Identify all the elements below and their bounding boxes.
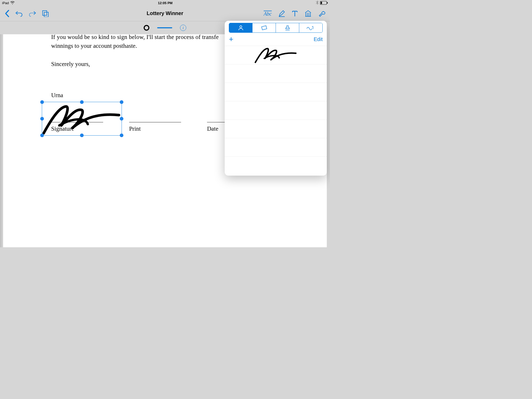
resize-handle[interactable] — [120, 100, 123, 104]
highlight-tool[interactable]: Abc — [264, 11, 272, 16]
signature-item-empty — [225, 101, 327, 120]
segment-stamps[interactable] — [276, 23, 299, 32]
library-button[interactable] — [304, 10, 312, 17]
print-line — [129, 122, 181, 122]
svg-point-6 — [240, 26, 242, 28]
redo-button[interactable] — [29, 10, 36, 17]
text-tool[interactable] — [292, 10, 298, 17]
settings-button[interactable] — [318, 10, 325, 17]
svg-rect-1 — [321, 2, 322, 4]
print-field: Print — [129, 122, 181, 132]
signature-item[interactable] — [225, 46, 327, 64]
placed-signature[interactable] — [42, 102, 122, 136]
bluetooth-icon — [316, 1, 318, 5]
battery-icon — [320, 1, 328, 5]
status-left: iPad — [2, 1, 15, 5]
resize-handle[interactable] — [40, 117, 44, 121]
back-button[interactable] — [5, 10, 9, 17]
resize-handle[interactable] — [80, 134, 84, 137]
edit-signatures-button[interactable]: Edit — [314, 36, 323, 42]
pen-tool[interactable] — [278, 10, 285, 17]
device-label: iPad — [2, 1, 9, 5]
segment-images[interactable] — [252, 23, 276, 32]
stroke-color-button[interactable] — [144, 25, 149, 31]
resize-handle[interactable] — [40, 134, 44, 137]
status-time: 12:05 PM — [158, 1, 172, 5]
segment-scribbles[interactable] — [299, 23, 322, 32]
main-toolbar: Lottery Winner Abc — [0, 6, 330, 21]
info-button[interactable]: i — [180, 25, 186, 31]
status-right — [316, 1, 328, 5]
wifi-icon — [10, 1, 15, 4]
resize-handle[interactable] — [120, 117, 123, 121]
page-edge-shadow — [0, 34, 3, 247]
signature-item-empty — [225, 138, 327, 157]
stroke-width-button[interactable] — [157, 27, 172, 28]
add-signature-button[interactable]: + — [229, 35, 234, 43]
segmented-control — [229, 23, 323, 33]
pages-button[interactable] — [42, 10, 49, 17]
undo-button[interactable] — [15, 10, 23, 17]
svg-rect-4 — [44, 12, 48, 17]
signature-item-empty — [225, 64, 327, 83]
resize-handle[interactable] — [80, 100, 84, 104]
segment-signatures[interactable] — [229, 23, 252, 32]
svg-rect-3 — [43, 11, 47, 15]
resize-handle[interactable] — [120, 134, 123, 137]
status-bar: iPad 12:05 PM — [0, 0, 330, 6]
signature-item-empty — [225, 120, 327, 138]
library-popover: + Edit — [225, 21, 327, 176]
resize-handle[interactable] — [40, 100, 44, 104]
svg-rect-2 — [327, 2, 328, 4]
signature-list — [225, 46, 327, 157]
signature-item-empty — [225, 83, 327, 101]
print-label: Print — [129, 125, 181, 132]
